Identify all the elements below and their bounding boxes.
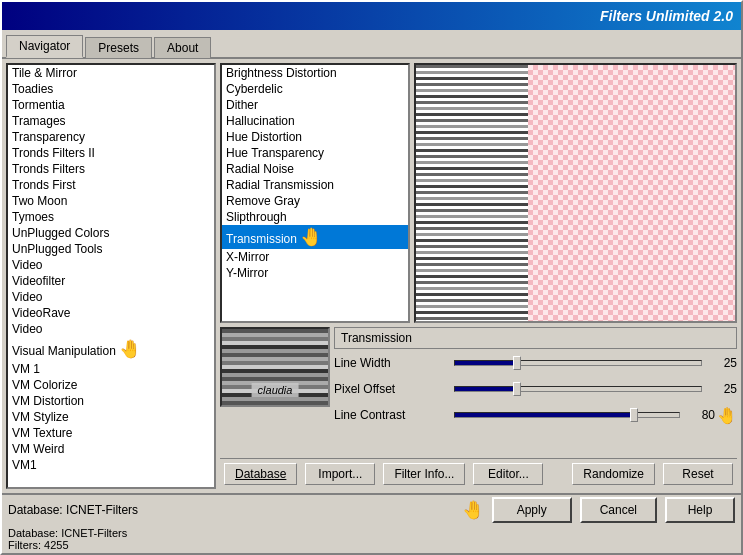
list-item[interactable]: VM Texture: [8, 425, 214, 441]
filter-info-button[interactable]: Filter Info...: [383, 463, 465, 485]
slider-label-linewidth: Line Width: [334, 356, 454, 370]
filter-item[interactable]: Remove Gray: [222, 193, 408, 209]
cancel-button[interactable]: Cancel: [580, 497, 657, 523]
upper-right: Brightness Distortion Cyberdelic Dither …: [220, 63, 737, 323]
slider-row-linewidth: Line Width 25: [334, 351, 737, 375]
filter-item[interactable]: Radial Transmission: [222, 177, 408, 193]
list-item[interactable]: VM Stylize: [8, 409, 214, 425]
filter-item[interactable]: Hallucination: [222, 113, 408, 129]
tab-presets[interactable]: Presets: [85, 37, 152, 58]
status-database-value: ICNET-Filters: [66, 503, 138, 517]
thumbnail-label: claudia: [252, 383, 299, 397]
reset-label: Reset: [682, 467, 713, 481]
list-item[interactable]: Video: [8, 321, 214, 337]
slider-row-pixeloffset: Pixel Offset 25: [334, 377, 737, 401]
list-item[interactable]: Video: [8, 289, 214, 305]
filter-item[interactable]: Hue Transparency: [222, 145, 408, 161]
status-line2: Filters: 4255: [8, 539, 735, 551]
tab-about[interactable]: About: [154, 37, 211, 58]
slider-fill-linecontrast: [455, 413, 634, 417]
database-button[interactable]: Database: [224, 463, 297, 485]
apply-arrow-indicator: 🤚: [462, 499, 484, 521]
list-item[interactable]: Tronds First: [8, 177, 214, 193]
slider-track-pixeloffset[interactable]: [454, 386, 702, 392]
import-label: Import...: [318, 467, 362, 481]
filter-list-panel[interactable]: Brightness Distortion Cyberdelic Dither …: [220, 63, 410, 323]
preview-image: [416, 65, 735, 321]
thumbnail-area: claudia: [220, 327, 330, 454]
filter-item[interactable]: Y-Mirror: [222, 265, 408, 281]
list-item[interactable]: Tile & Mirror: [8, 65, 214, 81]
lower-right: claudia Transmission Line Width: [220, 327, 737, 454]
list-item[interactable]: VM1: [8, 457, 214, 473]
slider-track-linecontrast[interactable]: [454, 412, 680, 418]
arrow-indicator: 🤚: [119, 338, 141, 360]
list-item[interactable]: Two Moon: [8, 193, 214, 209]
list-item[interactable]: UnPlugged Colors: [8, 225, 214, 241]
empty-area: [334, 429, 737, 454]
slider-value-linecontrast: 80: [680, 408, 715, 422]
list-item[interactable]: Tymoes: [8, 209, 214, 225]
filter-item[interactable]: Cyberdelic: [222, 81, 408, 97]
status-bar: Database: ICNET-Filters Filters: 4255: [2, 527, 741, 553]
main-window: Filters Unlimited 2.0 Navigator Presets …: [0, 0, 743, 555]
arrow-indicator: 🤚: [300, 226, 322, 248]
filter-item[interactable]: Dither: [222, 97, 408, 113]
slider-thumb-pixeloffset[interactable]: [513, 382, 521, 396]
list-item[interactable]: Tronds Filters II: [8, 145, 214, 161]
slider-row-linecontrast: Line Contrast 80 🤚: [334, 403, 737, 427]
slider-thumb-linewidth[interactable]: [513, 356, 521, 370]
list-item[interactable]: Tronds Filters: [8, 161, 214, 177]
status-database-label: Database:: [8, 503, 63, 517]
db-val: ICNET-Filters: [61, 527, 127, 539]
slider-thumb-linecontrast[interactable]: [630, 408, 638, 422]
randomize-button[interactable]: Randomize: [572, 463, 655, 485]
filter-info-label: Filter Info...: [394, 467, 454, 481]
tab-bar: Navigator Presets About: [2, 30, 741, 59]
slider-value-pixeloffset: 25: [702, 382, 737, 396]
filter-item[interactable]: Slipthrough: [222, 209, 408, 225]
slider-fill-linewidth: [455, 361, 517, 365]
slider-fill-pixeloffset: [455, 387, 517, 391]
left-category-panel: Tile & Mirror Toadies Tormentia Tramages…: [6, 63, 216, 489]
filter-item[interactable]: Hue Distortion: [222, 129, 408, 145]
list-item[interactable]: Tormentia: [8, 97, 214, 113]
list-item[interactable]: VM Distortion: [8, 393, 214, 409]
list-item[interactable]: Video: [8, 257, 214, 273]
filter-item-transmission[interactable]: Transmission 🤚: [222, 225, 408, 249]
editor-label: Editor...: [488, 467, 529, 481]
list-item[interactable]: VM 1: [8, 361, 214, 377]
right-panel: Brightness Distortion Cyberdelic Dither …: [220, 63, 737, 489]
category-list[interactable]: Tile & Mirror Toadies Tormentia Tramages…: [8, 65, 214, 487]
list-item[interactable]: VM Colorize: [8, 377, 214, 393]
list-item[interactable]: Toadies: [8, 81, 214, 97]
slider-track-linewidth[interactable]: [454, 360, 702, 366]
filter-name-bar: Transmission: [334, 327, 737, 349]
slider-label-pixeloffset: Pixel Offset: [334, 382, 454, 396]
help-label: Help: [688, 503, 713, 517]
editor-button[interactable]: Editor...: [473, 463, 543, 485]
bottom-toolbar: Database Import... Filter Info... Editor…: [220, 458, 737, 489]
filter-name-text: Transmission: [341, 331, 412, 345]
database-label: Database: [235, 467, 286, 481]
list-item[interactable]: VideoRave: [8, 305, 214, 321]
help-button[interactable]: Help: [665, 497, 735, 523]
filter-item[interactable]: Brightness Distortion: [222, 65, 408, 81]
tab-navigator[interactable]: Navigator: [6, 35, 83, 58]
cancel-label: Cancel: [600, 503, 637, 517]
db-label: Database:: [8, 527, 61, 539]
list-item[interactable]: Transparency: [8, 129, 214, 145]
list-item[interactable]: Videofilter: [8, 273, 214, 289]
import-button[interactable]: Import...: [305, 463, 375, 485]
apply-button[interactable]: Apply: [492, 497, 572, 523]
filters-label: Filters:: [8, 539, 44, 551]
status-database: Database: ICNET-Filters: [8, 503, 138, 517]
filter-item[interactable]: Radial Noise: [222, 161, 408, 177]
list-item-visual-manipulation[interactable]: Visual Manipulation 🤚: [8, 337, 214, 361]
list-item[interactable]: UnPlugged Tools: [8, 241, 214, 257]
reset-button[interactable]: Reset: [663, 463, 733, 485]
filter-item[interactable]: X-Mirror: [222, 249, 408, 265]
list-item[interactable]: Tramages: [8, 113, 214, 129]
title-text: Filters Unlimited 2.0: [600, 8, 733, 24]
list-item[interactable]: VM Weird: [8, 441, 214, 457]
